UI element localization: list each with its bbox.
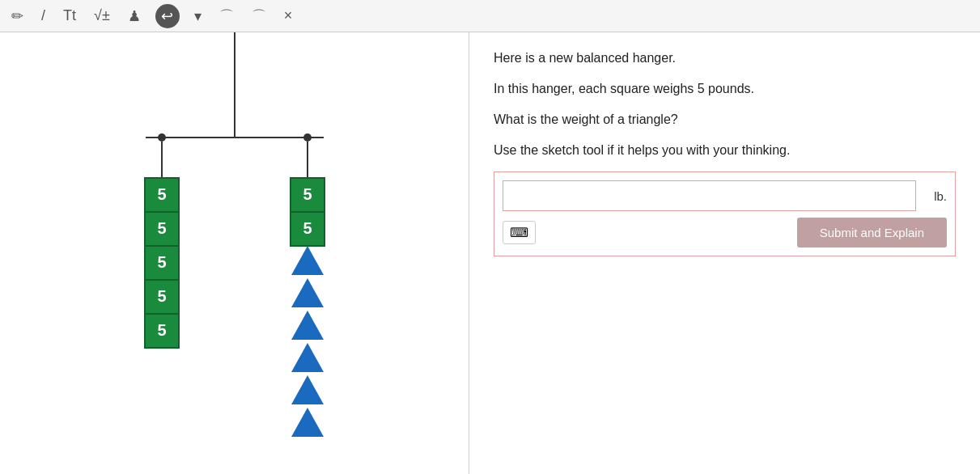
arrow-down-button[interactable]: ▾ [191,6,205,27]
answer-row: lb. [503,180,947,211]
bottom-row: ⌨ Submit and Explain [503,218,947,248]
svg-text:5: 5 [157,321,166,339]
svg-text:5: 5 [157,287,166,305]
problem-line3: What is the weight of a triangle? [494,110,956,129]
arc1-button[interactable]: ⌒ [216,5,237,28]
svg-text:5: 5 [303,219,312,237]
keyboard-button[interactable]: ⌨ [503,221,536,244]
submit-button[interactable]: Submit and Explain [797,218,947,248]
svg-text:5: 5 [303,185,312,203]
svg-text:5: 5 [157,185,166,203]
svg-point-2 [158,133,166,142]
answer-input[interactable] [503,180,916,211]
hanger-diagram: 5 5 5 5 5 5 5 [40,32,429,474]
problem-line4: Use the sketch tool if it helps you with… [494,141,956,160]
close-button[interactable]: × [281,6,296,26]
problem-line1: Here is a new balanced hanger. [494,49,956,68]
sqrt-button[interactable]: √± [91,6,113,26]
arc2-button[interactable]: ⌒ [248,5,269,28]
problem-line2: In this hanger, each square weighs 5 pou… [494,79,956,99]
svg-marker-20 [291,246,324,275]
answer-unit: lb. [923,189,947,203]
problem-panel: Here is a new balanced hanger. In this h… [469,32,980,474]
sketch-panel[interactable]: 5 5 5 5 5 5 5 [0,32,469,474]
svg-point-3 [303,133,312,142]
main-content: 5 5 5 5 5 5 5 [0,32,980,474]
svg-text:5: 5 [157,219,166,237]
svg-marker-21 [291,278,324,307]
toolbar: ✏ / Tt √± ♟ ↩ ▾ ⌒ ⌒ × [0,0,980,32]
pencil-button[interactable]: ✏ [8,6,27,27]
answer-section: lb. ⌨ Submit and Explain [494,171,956,256]
svg-text:5: 5 [157,253,166,271]
slash-button[interactable]: / [38,6,49,26]
svg-marker-22 [291,311,324,340]
person-button[interactable]: ♟ [125,6,144,27]
svg-marker-24 [291,375,324,404]
text-button[interactable]: Tt [60,6,79,26]
undo-button[interactable]: ↩ [155,4,180,28]
svg-marker-23 [291,343,324,372]
svg-marker-25 [291,408,324,437]
